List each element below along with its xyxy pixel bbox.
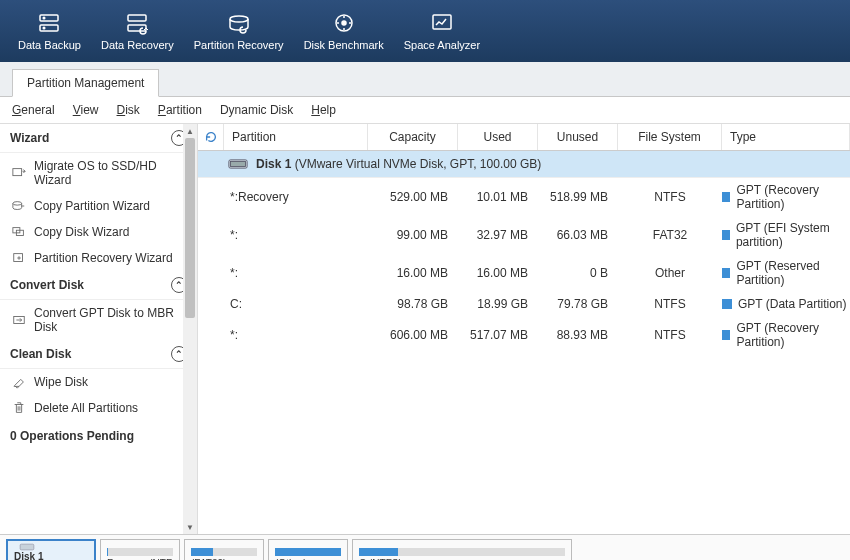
toolbar-label: Data Recovery <box>101 39 174 51</box>
disk-row[interactable]: Disk 1 (VMware Virtual NVMe Disk, GPT, 1… <box>198 151 850 178</box>
menu-dynamic-disk[interactable]: Dynamic Disk <box>220 103 293 117</box>
scroll-up-icon[interactable]: ▲ <box>183 124 197 138</box>
cell-type: GPT (Reserved Partition) <box>722 259 850 287</box>
sidebar-migrate-os[interactable]: Migrate OS to SSD/HD Wizard <box>0 153 197 193</box>
menu-disk[interactable]: Disk <box>117 103 140 117</box>
sidebar: Wizard ⌃ Migrate OS to SSD/HD Wizard Cop… <box>0 124 198 534</box>
sidebar-scrollbar[interactable]: ▲ ▼ <box>183 124 197 534</box>
cell-filesystem: FAT32 <box>618 228 722 242</box>
diskmap-partition[interactable]: (Other)16 MB <box>268 539 348 560</box>
sidebar-partition-recovery-wizard[interactable]: Partition Recovery Wizard <box>0 245 197 271</box>
diskmap-disk[interactable]: Disk 1 GPT 100.00 GB <box>6 539 96 560</box>
th-unused[interactable]: Unused <box>538 124 618 150</box>
toolbar-label: Disk Benchmark <box>304 39 384 51</box>
cell-partition: *: <box>224 328 368 342</box>
th-partition[interactable]: Partition <box>224 124 368 150</box>
menu-bar: General View Disk Partition Dynamic Disk… <box>0 97 850 124</box>
th-capacity[interactable]: Capacity <box>368 124 458 150</box>
toolbar-data-backup[interactable]: Data Backup <box>8 5 91 57</box>
table-row[interactable]: *:99.00 MB32.97 MB66.03 MBFAT32GPT (EFI … <box>198 216 850 254</box>
toolbar-partition-recovery[interactable]: Partition Recovery <box>184 5 294 57</box>
svg-point-6 <box>230 16 248 22</box>
sidebar-item-label: Copy Partition Wizard <box>34 199 150 213</box>
recovery-icon <box>125 11 149 35</box>
sidebar-copy-disk[interactable]: Copy Disk Wizard <box>0 219 197 245</box>
color-swatch-icon <box>722 299 732 309</box>
usage-bar <box>107 548 173 556</box>
disk-icon <box>228 157 248 171</box>
table-row[interactable]: *:Recovery529.00 MB10.01 MB518.99 MBNTFS… <box>198 178 850 216</box>
th-type[interactable]: Type <box>722 124 850 150</box>
th-used[interactable]: Used <box>458 124 538 150</box>
cell-partition: C: <box>224 297 368 311</box>
svg-point-3 <box>44 27 46 29</box>
section-clean-disk[interactable]: Clean Disk ⌃ <box>0 340 197 369</box>
scroll-down-icon[interactable]: ▼ <box>183 520 197 534</box>
menu-general[interactable]: General <box>12 103 55 117</box>
table-row[interactable]: *:16.00 MB16.00 MB0 BOtherGPT (Reserved … <box>198 254 850 292</box>
cell-used: 10.01 MB <box>458 190 538 204</box>
recover-icon <box>12 251 26 265</box>
svg-point-11 <box>13 202 22 206</box>
cell-partition: *:Recovery <box>224 190 368 204</box>
tab-partition-management[interactable]: Partition Management <box>12 69 159 97</box>
disk-desc: (VMware Virtual NVMe Disk, GPT, 100.00 G… <box>295 157 542 171</box>
section-title: Convert Disk <box>10 278 84 292</box>
section-wizard[interactable]: Wizard ⌃ <box>0 124 197 153</box>
diskmap-partition[interactable]: Recovery(NTF529 MB (Used <box>100 539 180 560</box>
refresh-icon <box>204 130 218 144</box>
sidebar-item-label: Copy Disk Wizard <box>34 225 129 239</box>
table-body: *:Recovery529.00 MB10.01 MB518.99 MBNTFS… <box>198 178 850 354</box>
cell-capacity: 606.00 MB <box>368 328 458 342</box>
tab-bar: Partition Management <box>0 62 850 97</box>
svg-rect-18 <box>20 544 34 550</box>
color-swatch-icon <box>722 192 730 202</box>
menu-partition[interactable]: Partition <box>158 103 202 117</box>
section-convert-disk[interactable]: Convert Disk ⌃ <box>0 271 197 300</box>
section-title: Wizard <box>10 131 49 145</box>
menu-help[interactable]: Help <box>311 103 336 117</box>
sidebar-delete-all-partitions[interactable]: Delete All Partitions <box>0 395 197 421</box>
cell-partition: *: <box>224 266 368 280</box>
cell-filesystem: NTFS <box>618 190 722 204</box>
toolbar-label: Space Analyzer <box>404 39 480 51</box>
menu-view[interactable]: View <box>73 103 99 117</box>
diskmap-parts: Recovery(NTF529 MB (Used(FAT32)99 MB (Us… <box>100 539 844 560</box>
table-header: Partition Capacity Used Unused File Syst… <box>198 124 850 151</box>
section-title: Clean Disk <box>10 347 71 361</box>
svg-point-8 <box>342 21 346 25</box>
sidebar-convert-gpt-mbr[interactable]: Convert GPT Disk to MBR Disk <box>0 300 197 340</box>
th-filesystem[interactable]: File System <box>618 124 722 150</box>
cell-filesystem: Other <box>618 266 722 280</box>
cell-used: 32.97 MB <box>458 228 538 242</box>
cell-capacity: 98.78 GB <box>368 297 458 311</box>
cell-capacity: 16.00 MB <box>368 266 458 280</box>
table-row[interactable]: *:606.00 MB517.07 MB88.93 MBNTFSGPT (Rec… <box>198 316 850 354</box>
diskmap-partition[interactable]: (FAT32)99 MB (Used: <box>184 539 264 560</box>
svg-point-2 <box>44 17 46 19</box>
cell-type: GPT (Recovery Partition) <box>722 321 850 349</box>
svg-rect-9 <box>433 15 451 29</box>
usage-bar <box>191 548 257 556</box>
diskmap-partition[interactable]: C:(NTFS)98.8 GB (Used: 19%) <box>352 539 572 560</box>
cell-unused: 79.78 GB <box>538 297 618 311</box>
disk-map: Disk 1 GPT 100.00 GB Recovery(NTF529 MB … <box>0 534 850 560</box>
toolbar-space-analyzer[interactable]: Space Analyzer <box>394 5 490 57</box>
disk-icon <box>14 543 40 551</box>
cell-used: 517.07 MB <box>458 328 538 342</box>
toolbar-disk-benchmark[interactable]: Disk Benchmark <box>294 5 394 57</box>
delete-icon <box>12 401 26 415</box>
scroll-thumb[interactable] <box>185 138 195 318</box>
backup-icon <box>37 11 61 35</box>
sidebar-wipe-disk[interactable]: Wipe Disk <box>0 369 197 395</box>
disk-name: Disk 1 <box>256 157 291 171</box>
content: Partition Capacity Used Unused File Syst… <box>198 124 850 534</box>
refresh-button[interactable] <box>198 124 224 150</box>
benchmark-icon <box>332 11 356 35</box>
table-row[interactable]: C:98.78 GB18.99 GB79.78 GBNTFSGPT (Data … <box>198 292 850 316</box>
color-swatch-icon <box>722 230 730 240</box>
sidebar-copy-partition[interactable]: Copy Partition Wizard <box>0 193 197 219</box>
operations-pending: 0 Operations Pending <box>0 421 197 451</box>
cell-capacity: 529.00 MB <box>368 190 458 204</box>
toolbar-data-recovery[interactable]: Data Recovery <box>91 5 184 57</box>
